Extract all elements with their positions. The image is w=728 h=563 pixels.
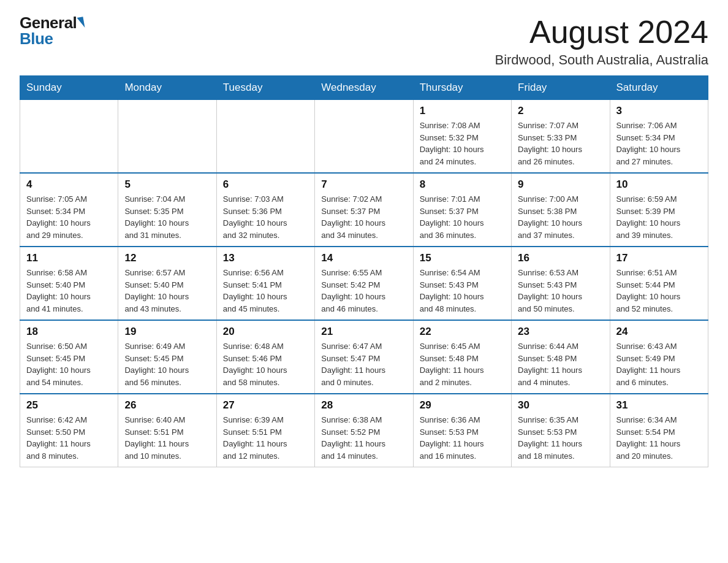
calendar-cell: 30Sunrise: 6:35 AM Sunset: 5:53 PM Dayli… — [512, 394, 610, 467]
calendar-week-row: 18Sunrise: 6:50 AM Sunset: 5:45 PM Dayli… — [20, 320, 708, 394]
calendar-cell: 2Sunrise: 7:07 AM Sunset: 5:33 PM Daylig… — [512, 100, 610, 174]
day-number: 4 — [26, 178, 112, 191]
day-info: Sunrise: 7:08 AM Sunset: 5:32 PM Dayligh… — [420, 120, 505, 167]
calendar-cell: 15Sunrise: 6:54 AM Sunset: 5:43 PM Dayli… — [413, 247, 511, 320]
day-info: Sunrise: 7:05 AM Sunset: 5:34 PM Dayligh… — [26, 193, 112, 241]
calendar-cell: 11Sunrise: 6:58 AM Sunset: 5:40 PM Dayli… — [20, 247, 118, 320]
calendar-cell: 16Sunrise: 6:53 AM Sunset: 5:43 PM Dayli… — [512, 247, 610, 320]
day-info: Sunrise: 7:00 AM Sunset: 5:38 PM Dayligh… — [518, 193, 603, 241]
day-number: 9 — [518, 178, 603, 191]
day-info: Sunrise: 6:48 AM Sunset: 5:46 PM Dayligh… — [223, 340, 308, 388]
calendar-week-row: 4Sunrise: 7:05 AM Sunset: 5:34 PM Daylig… — [20, 173, 708, 247]
day-number: 2 — [518, 105, 603, 117]
day-number: 10 — [616, 178, 702, 191]
calendar-cell: 3Sunrise: 7:06 AM Sunset: 5:34 PM Daylig… — [610, 100, 708, 174]
day-info: Sunrise: 7:01 AM Sunset: 5:37 PM Dayligh… — [420, 193, 505, 241]
calendar-cell: 22Sunrise: 6:45 AM Sunset: 5:48 PM Dayli… — [413, 320, 511, 394]
weekday-header-saturday: Saturday — [610, 76, 708, 100]
calendar-cell: 12Sunrise: 6:57 AM Sunset: 5:40 PM Dayli… — [118, 247, 216, 320]
day-info: Sunrise: 7:07 AM Sunset: 5:33 PM Dayligh… — [518, 120, 603, 167]
day-info: Sunrise: 6:40 AM Sunset: 5:51 PM Dayligh… — [124, 414, 210, 462]
calendar-cell: 23Sunrise: 6:44 AM Sunset: 5:48 PM Dayli… — [512, 320, 610, 394]
calendar-cell: 20Sunrise: 6:48 AM Sunset: 5:46 PM Dayli… — [216, 320, 314, 394]
day-info: Sunrise: 6:59 AM Sunset: 5:39 PM Dayligh… — [616, 193, 702, 241]
weekday-header-thursday: Thursday — [413, 76, 511, 100]
calendar-week-row: 11Sunrise: 6:58 AM Sunset: 5:40 PM Dayli… — [20, 247, 708, 320]
day-number: 17 — [616, 252, 702, 264]
day-info: Sunrise: 6:49 AM Sunset: 5:45 PM Dayligh… — [124, 340, 210, 388]
day-number: 26 — [124, 399, 210, 412]
day-number: 5 — [124, 178, 210, 191]
day-number: 3 — [616, 105, 702, 117]
day-info: Sunrise: 6:58 AM Sunset: 5:40 PM Dayligh… — [26, 267, 112, 315]
day-info: Sunrise: 6:55 AM Sunset: 5:42 PM Dayligh… — [321, 267, 406, 315]
day-number: 13 — [223, 252, 308, 264]
day-info: Sunrise: 7:04 AM Sunset: 5:35 PM Dayligh… — [124, 193, 210, 241]
day-info: Sunrise: 7:02 AM Sunset: 5:37 PM Dayligh… — [321, 193, 406, 241]
logo-general-text: General — [20, 15, 77, 31]
calendar-cell: 21Sunrise: 6:47 AM Sunset: 5:47 PM Dayli… — [315, 320, 413, 394]
calendar-cell: 31Sunrise: 6:34 AM Sunset: 5:54 PM Dayli… — [610, 394, 708, 467]
day-info: Sunrise: 6:45 AM Sunset: 5:48 PM Dayligh… — [420, 340, 505, 388]
calendar-cell: 5Sunrise: 7:04 AM Sunset: 5:35 PM Daylig… — [118, 173, 216, 247]
logo: General Blue — [20, 15, 84, 47]
calendar-cell: 26Sunrise: 6:40 AM Sunset: 5:51 PM Dayli… — [118, 394, 216, 467]
day-info: Sunrise: 6:53 AM Sunset: 5:43 PM Dayligh… — [518, 267, 603, 315]
day-number: 7 — [321, 178, 406, 191]
weekday-header-monday: Monday — [118, 76, 216, 100]
calendar-table: SundayMondayTuesdayWednesdayThursdayFrid… — [20, 75, 708, 467]
calendar-cell: 17Sunrise: 6:51 AM Sunset: 5:44 PM Dayli… — [610, 247, 708, 320]
calendar-cell: 25Sunrise: 6:42 AM Sunset: 5:50 PM Dayli… — [20, 394, 118, 467]
day-number: 28 — [321, 399, 406, 412]
calendar-cell: 19Sunrise: 6:49 AM Sunset: 5:45 PM Dayli… — [118, 320, 216, 394]
page-header: General Blue August 2024 Birdwood, South… — [20, 15, 708, 68]
calendar-cell: 8Sunrise: 7:01 AM Sunset: 5:37 PM Daylig… — [413, 173, 511, 247]
day-info: Sunrise: 6:50 AM Sunset: 5:45 PM Dayligh… — [26, 340, 112, 388]
day-info: Sunrise: 6:39 AM Sunset: 5:51 PM Dayligh… — [223, 414, 308, 462]
calendar-cell — [315, 100, 413, 174]
weekday-header-wednesday: Wednesday — [315, 76, 413, 100]
day-number: 15 — [420, 252, 505, 264]
calendar-cell — [118, 100, 216, 174]
day-info: Sunrise: 6:51 AM Sunset: 5:44 PM Dayligh… — [616, 267, 702, 315]
day-number: 16 — [518, 252, 603, 264]
day-number: 22 — [420, 326, 505, 338]
calendar-cell: 24Sunrise: 6:43 AM Sunset: 5:49 PM Dayli… — [610, 320, 708, 394]
month-year-title: August 2024 — [495, 15, 708, 50]
weekday-header-friday: Friday — [512, 76, 610, 100]
calendar-cell: 14Sunrise: 6:55 AM Sunset: 5:42 PM Dayli… — [315, 247, 413, 320]
logo-blue-text: Blue — [20, 31, 84, 47]
calendar-cell: 13Sunrise: 6:56 AM Sunset: 5:41 PM Dayli… — [216, 247, 314, 320]
weekday-header-row: SundayMondayTuesdayWednesdayThursdayFrid… — [20, 76, 708, 100]
calendar-cell: 27Sunrise: 6:39 AM Sunset: 5:51 PM Dayli… — [216, 394, 314, 467]
logo-triangle-icon — [77, 17, 85, 28]
day-number: 23 — [518, 326, 603, 338]
location-subtitle: Birdwood, South Australia, Australia — [495, 52, 708, 68]
day-number: 11 — [26, 252, 112, 264]
day-number: 18 — [26, 326, 112, 338]
day-number: 29 — [420, 399, 505, 412]
day-info: Sunrise: 6:56 AM Sunset: 5:41 PM Dayligh… — [223, 267, 308, 315]
calendar-cell: 29Sunrise: 6:36 AM Sunset: 5:53 PM Dayli… — [413, 394, 511, 467]
day-number: 12 — [124, 252, 210, 264]
calendar-cell: 10Sunrise: 6:59 AM Sunset: 5:39 PM Dayli… — [610, 173, 708, 247]
day-number: 24 — [616, 326, 702, 338]
calendar-week-row: 25Sunrise: 6:42 AM Sunset: 5:50 PM Dayli… — [20, 394, 708, 467]
day-info: Sunrise: 7:03 AM Sunset: 5:36 PM Dayligh… — [223, 193, 308, 241]
calendar-cell — [20, 100, 118, 174]
weekday-header-sunday: Sunday — [20, 76, 118, 100]
day-number: 27 — [223, 399, 308, 412]
weekday-header-tuesday: Tuesday — [216, 76, 314, 100]
day-info: Sunrise: 6:34 AM Sunset: 5:54 PM Dayligh… — [616, 414, 702, 462]
day-info: Sunrise: 6:44 AM Sunset: 5:48 PM Dayligh… — [518, 340, 603, 388]
day-info: Sunrise: 6:43 AM Sunset: 5:49 PM Dayligh… — [616, 340, 702, 388]
day-number: 25 — [26, 399, 112, 412]
calendar-cell: 6Sunrise: 7:03 AM Sunset: 5:36 PM Daylig… — [216, 173, 314, 247]
day-info: Sunrise: 6:54 AM Sunset: 5:43 PM Dayligh… — [420, 267, 505, 315]
calendar-cell: 18Sunrise: 6:50 AM Sunset: 5:45 PM Dayli… — [20, 320, 118, 394]
day-info: Sunrise: 6:42 AM Sunset: 5:50 PM Dayligh… — [26, 414, 112, 462]
calendar-cell — [216, 100, 314, 174]
day-number: 19 — [124, 326, 210, 338]
day-info: Sunrise: 6:36 AM Sunset: 5:53 PM Dayligh… — [420, 414, 505, 462]
day-number: 6 — [223, 178, 308, 191]
